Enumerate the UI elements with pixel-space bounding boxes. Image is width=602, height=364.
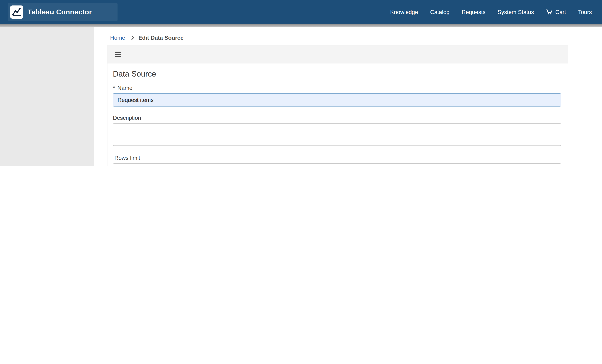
rows-limit-input[interactable] [113, 163, 561, 166]
nav-item-catalog[interactable]: Catalog [430, 9, 450, 15]
nav-item-system-status[interactable]: System Status [498, 9, 534, 15]
cart-icon [546, 8, 553, 16]
edit-data-source-panel: Data Source * Name Description Rows lim [107, 46, 568, 166]
breadcrumb-home-link[interactable]: Home [110, 35, 125, 41]
app-logo-icon [10, 6, 23, 19]
panel-body: Data Source * Name Description Rows lim [108, 63, 568, 166]
nav-menu: Knowledge Catalog Requests System Status… [390, 8, 594, 16]
menu-icon[interactable] [114, 51, 122, 58]
page: Tableau Connector Knowledge Catalog Requ… [0, 0, 602, 166]
panel-header [108, 46, 568, 63]
brand[interactable]: Tableau Connector [8, 3, 118, 21]
navbar-shadow [0, 24, 602, 27]
top-navbar: Tableau Connector Knowledge Catalog Requ… [0, 0, 602, 24]
description-label: Description [113, 115, 562, 121]
rows-limit-label: Rows limit [114, 155, 562, 161]
nav-item-requests[interactable]: Requests [462, 9, 485, 15]
nav-item-knowledge[interactable]: Knowledge [390, 9, 418, 15]
description-input[interactable] [113, 123, 561, 146]
brand-title: Tableau Connector [28, 8, 92, 16]
left-gutter [0, 27, 94, 166]
breadcrumb: Home Edit Data Source [110, 35, 602, 41]
page-title: Data Source [113, 70, 562, 79]
main-area: Home Edit Data Source Data Source * Name [0, 27, 602, 166]
content-area: Home Edit Data Source Data Source * Name [94, 27, 602, 166]
nav-item-tours[interactable]: Tours [578, 9, 592, 15]
name-input[interactable] [113, 94, 561, 107]
breadcrumb-chevron-icon [130, 35, 134, 40]
nav-item-cart[interactable]: Cart [546, 8, 566, 16]
required-marker: * [113, 85, 115, 91]
name-label: * Name [113, 85, 562, 91]
breadcrumb-current: Edit Data Source [139, 35, 184, 41]
